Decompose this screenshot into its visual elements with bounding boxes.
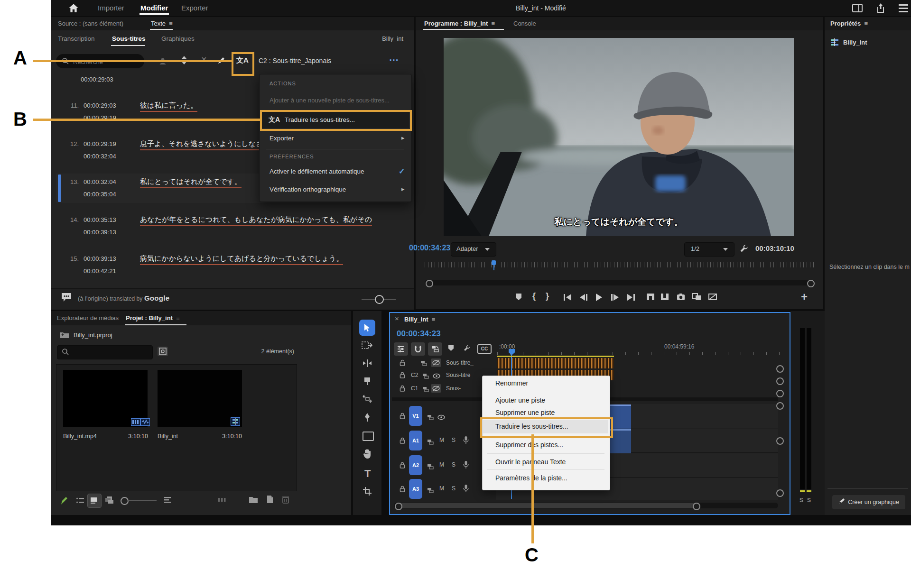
lock-icon[interactable] <box>400 437 405 446</box>
scrollbar-left-knob[interactable] <box>426 280 433 287</box>
lock-icon[interactable] <box>400 413 405 421</box>
tab-texte[interactable]: Texte ≡ <box>151 20 173 27</box>
subtitle-end-time[interactable]: 00:00:35:04 <box>84 191 116 198</box>
program-timecode[interactable]: 00:00:34:23 <box>409 244 450 252</box>
slip-tool[interactable] <box>362 395 373 405</box>
workspace-icon[interactable] <box>852 4 863 14</box>
track-scroll-knob[interactable] <box>776 402 784 410</box>
menu-item-autoscroll[interactable]: Activer le défilement automatique <box>270 168 364 175</box>
timeline-ruler-ticks[interactable] <box>497 352 782 355</box>
timeline-tab[interactable]: Billy_int ≡ <box>404 316 435 323</box>
type-tool[interactable]: T <box>364 468 371 480</box>
new-item-icon[interactable] <box>266 495 274 505</box>
pen-tool[interactable] <box>363 413 371 424</box>
writable-pen-icon[interactable] <box>60 496 68 507</box>
add-button-icon[interactable]: + <box>801 290 808 303</box>
caption-track-selector[interactable]: C2 : Sous-titre_Japonais <box>259 57 331 64</box>
lock-icon[interactable] <box>400 462 405 470</box>
eye-off-icon[interactable] <box>431 358 441 367</box>
selection-tool[interactable] <box>359 320 375 336</box>
track-scroll-knob[interactable] <box>776 377 784 385</box>
track-scroll-knob[interactable] <box>776 365 784 373</box>
subtitle-start-time[interactable]: 00:00:29:19 <box>84 140 116 147</box>
timeline-timecode[interactable]: 00:00:34:23 <box>397 329 441 339</box>
search-in-bin-icon[interactable] <box>158 347 168 356</box>
source-patch-icon[interactable] <box>427 487 434 495</box>
subtitle-text[interactable]: 彼は私に言った。 <box>140 101 197 112</box>
subtitle-start-time[interactable]: 00:00:29:03 <box>84 102 116 109</box>
source-patch-icon[interactable] <box>422 386 429 394</box>
rectangle-tool[interactable] <box>363 432 374 441</box>
lock-icon[interactable] <box>400 359 405 368</box>
hscroll-right-knob[interactable] <box>693 503 700 510</box>
properties-item-name[interactable]: Billy_int <box>843 39 867 46</box>
tab-project[interactable]: Projet : Billy_int ≡ <box>126 314 180 322</box>
marker-icon[interactable] <box>515 293 522 303</box>
lift-icon[interactable] <box>646 293 655 303</box>
track-scroll-knob[interactable] <box>776 489 784 497</box>
eye-off-icon[interactable] <box>431 384 441 393</box>
track-header-c2[interactable]: C2 Sous-titre <box>392 370 496 381</box>
tab-properties[interactable]: Propriétés ≡ <box>830 20 868 27</box>
subtitle-row-partial[interactable]: 00:00:29:03 <box>81 75 113 83</box>
track-target-v1[interactable]: V1 <box>409 406 422 426</box>
nav-tab-importer[interactable]: Importer <box>98 4 124 12</box>
track-select-forward-tool[interactable] <box>362 340 373 352</box>
timeline-marker-icon[interactable] <box>448 344 454 353</box>
mute-button[interactable]: M <box>439 437 444 443</box>
export-frame-icon[interactable] <box>677 293 685 303</box>
ctx-item-renommer[interactable]: Renommer <box>495 379 528 387</box>
subtitle-start-time[interactable]: 00:00:32:04 <box>84 178 116 185</box>
caption-clip-c3[interactable] <box>497 358 614 368</box>
track-target-a1[interactable]: A1 <box>409 431 422 450</box>
thumb-zoom-track[interactable] <box>129 500 157 501</box>
hand-tool[interactable] <box>363 449 372 461</box>
sequence-settings-button[interactable] <box>394 342 408 356</box>
scrollbar-right-knob[interactable] <box>807 280 815 287</box>
work-area-bar[interactable] <box>497 356 614 357</box>
mic-icon[interactable] <box>463 484 469 495</box>
track-header-c1[interactable]: C1 Sous- <box>392 383 496 395</box>
source-patch-icon[interactable] <box>427 463 434 471</box>
create-graphic-button[interactable]: Créer un graphique <box>832 495 905 509</box>
sort-order-icon[interactable] <box>163 496 172 505</box>
solo-button[interactable]: S <box>452 437 456 443</box>
thumbnail-view-button[interactable] <box>87 494 102 508</box>
project-search-input[interactable] <box>72 347 150 357</box>
goto-in-icon[interactable] <box>564 294 571 301</box>
captions-display-icon[interactable]: CC <box>477 344 492 354</box>
subtitle-text[interactable]: 息子よ、それを逃さないようにしなさい。 <box>140 139 278 150</box>
new-bin-icon[interactable] <box>249 496 258 505</box>
comparison-view-icon[interactable] <box>692 293 701 303</box>
list-view-icon[interactable] <box>76 497 84 506</box>
panel-menu-icon[interactable]: ≡ <box>176 314 180 322</box>
linked-selection-button[interactable] <box>428 342 442 356</box>
lock-icon[interactable] <box>400 372 405 380</box>
mark-out-icon[interactable]: } <box>546 291 549 301</box>
solo-label-left[interactable]: S <box>799 497 803 504</box>
zoom-slider-knob[interactable] <box>375 295 384 304</box>
tab-source[interactable]: Source : (sans élément) <box>58 20 123 27</box>
track-target-a3[interactable]: A3 <box>409 479 422 499</box>
lock-icon[interactable] <box>400 385 405 394</box>
app-menu-icon[interactable] <box>899 4 908 12</box>
subtitle-start-time[interactable]: 00:00:35:13 <box>84 216 116 223</box>
menu-item-export[interactable]: Exporter <box>270 135 294 142</box>
reframe-tool[interactable] <box>363 487 372 498</box>
nav-tab-exporter[interactable]: Exporter <box>181 4 208 12</box>
play-icon[interactable] <box>596 294 602 301</box>
track-header-a3[interactable]: A3 M S <box>392 478 496 500</box>
snap-button[interactable] <box>411 342 425 356</box>
source-patch-icon[interactable] <box>427 413 434 422</box>
timeline-wrench-icon[interactable] <box>463 344 471 354</box>
subtitle-end-time[interactable]: 00:00:32:04 <box>84 153 116 160</box>
subtitle-start-time[interactable]: 00:00:39:13 <box>84 255 116 262</box>
panel-menu-icon[interactable]: ≡ <box>169 20 173 27</box>
solo-button[interactable]: S <box>452 461 456 468</box>
audio-meter-left[interactable] <box>800 328 805 489</box>
solo-button[interactable]: S <box>452 485 456 492</box>
mute-button[interactable]: M <box>439 485 444 492</box>
media-thumbnail[interactable] <box>158 370 242 427</box>
timeline-close-icon[interactable]: × <box>395 314 399 322</box>
speaker-icon[interactable] <box>158 57 167 67</box>
